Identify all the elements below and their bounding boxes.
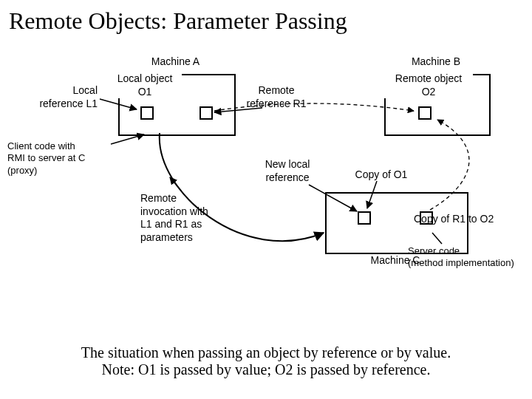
machine-b-label: Machine B: [392, 55, 480, 69]
remote-invocation-label: Remoteinvocation withL1 and R1 asparamet…: [140, 192, 244, 244]
remote-ref-r1-dot: [200, 106, 213, 120]
caption-line-2: Note: O1 is passed by value; O2 is passe…: [0, 361, 532, 378]
copy-r1-to-o2-label: Copy of R1 to O2: [414, 213, 532, 226]
remote-object-o2-dot: [418, 106, 432, 120]
local-object-o1-dot: [140, 106, 154, 120]
svg-line-3: [170, 177, 181, 191]
remote-reference-r1-label: Remotereference R1: [239, 84, 313, 110]
copy-o1-dot: [358, 211, 371, 225]
caption-line-1: The situation when passing an object by …: [0, 344, 532, 361]
remote-object-o2-label: Remote objectO2: [384, 72, 473, 98]
new-local-reference-label: New localreference: [254, 158, 321, 184]
page-title: Remote Objects: Parameter Passing: [0, 0, 532, 35]
server-code-label: Server code(method implementation): [408, 245, 532, 270]
diagram-area: Machine A Machine B Machine C Localrefer…: [0, 44, 532, 303]
local-reference-l1-label: Localreference L1: [24, 84, 98, 110]
local-object-o1-label: Local objectO1: [108, 72, 182, 98]
copy-of-o1-label: Copy of O1: [344, 168, 418, 182]
client-code-label: Client code withRMI to server at C(proxy…: [7, 140, 118, 177]
machine-a-label: Machine A: [133, 55, 218, 69]
caption: The situation when passing an object by …: [0, 344, 532, 378]
